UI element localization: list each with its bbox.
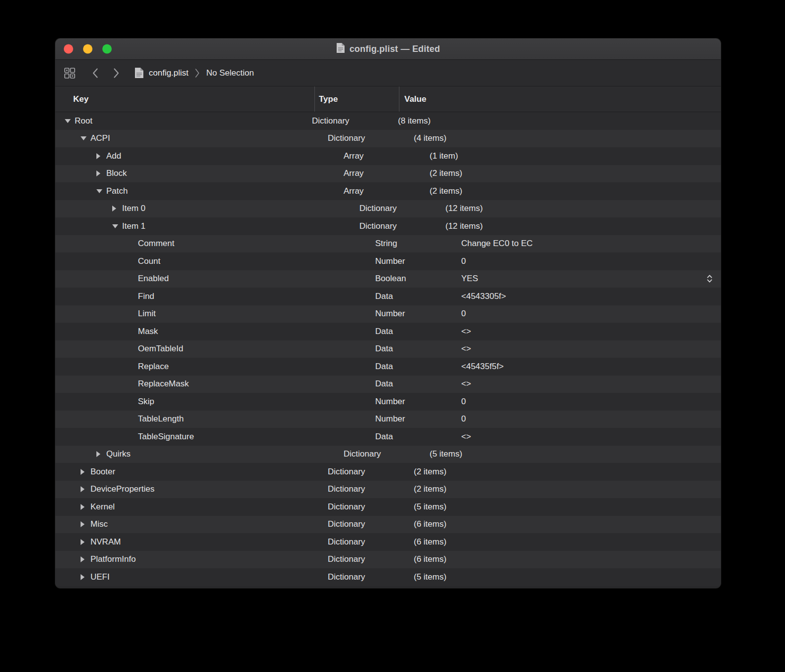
disclosure-triangle-collapsed-icon[interactable] xyxy=(81,574,88,580)
disclosure-triangle-collapsed-icon[interactable] xyxy=(81,521,88,527)
forward-icon[interactable] xyxy=(113,68,120,79)
disclosure-triangle-collapsed-icon[interactable] xyxy=(96,170,104,176)
row-type[interactable]: Dictionary xyxy=(322,498,408,516)
row-value[interactable]: 0 xyxy=(461,256,466,266)
table-row[interactable]: RootDictionary(8 items) xyxy=(55,112,721,130)
table-row[interactable]: BlockArray(2 items) xyxy=(55,165,721,183)
column-header-value[interactable]: Value xyxy=(399,86,721,112)
table-row[interactable]: LimitNumber0 xyxy=(55,305,721,323)
table-row[interactable]: TableSignatureData<> xyxy=(55,428,721,446)
row-type[interactable]: Number xyxy=(369,411,456,428)
file-icon[interactable] xyxy=(134,67,144,79)
minimize-button[interactable] xyxy=(83,44,92,54)
row-value[interactable]: <> xyxy=(461,432,471,442)
row-type[interactable]: Data xyxy=(369,358,456,376)
table-row[interactable]: MaskData<> xyxy=(55,323,721,340)
table-row[interactable]: ReplaceMaskData<> xyxy=(55,376,721,393)
back-icon[interactable] xyxy=(92,68,98,79)
disclosure-triangle-expanded-icon[interactable] xyxy=(65,119,72,123)
row-type[interactable]: Number xyxy=(369,305,456,323)
table-row[interactable]: ACPIDictionary(4 items) xyxy=(55,130,721,148)
disclosure-triangle-expanded-icon[interactable] xyxy=(112,224,120,228)
row-type[interactable]: Dictionary xyxy=(322,533,408,551)
table-row[interactable]: SkipNumber0 xyxy=(55,393,721,411)
table-row[interactable]: UEFIDictionary(5 items) xyxy=(55,568,721,586)
disclosure-triangle-collapsed-icon[interactable] xyxy=(81,486,88,492)
breadcrumb-file[interactable]: config.plist xyxy=(149,68,188,78)
row-type[interactable]: Dictionary xyxy=(322,568,408,586)
table-row[interactable]: QuirksDictionary(5 items) xyxy=(55,446,721,463)
disclosure-triangle-collapsed-icon[interactable] xyxy=(81,469,88,475)
table-row[interactable]: CountNumber0 xyxy=(55,252,721,270)
table-row[interactable]: TableLengthNumber0 xyxy=(55,411,721,428)
disclosure-triangle-expanded-icon[interactable] xyxy=(81,136,88,140)
row-value[interactable]: <4543305f> xyxy=(461,292,506,301)
disclosure-triangle-collapsed-icon[interactable] xyxy=(112,206,120,211)
table-row[interactable]: ReplaceData<45435f5f> xyxy=(55,358,721,376)
zoom-button[interactable] xyxy=(102,44,112,54)
column-header-type[interactable]: Type xyxy=(314,86,399,112)
row-type[interactable]: Dictionary xyxy=(338,446,424,463)
row-value[interactable]: 0 xyxy=(461,397,466,407)
table-row[interactable]: CommentStringChange EC0 to EC xyxy=(55,235,721,253)
row-type[interactable]: Number xyxy=(369,393,456,411)
row-value[interactable]: (2 items) xyxy=(430,168,462,178)
row-type[interactable]: Dictionary xyxy=(353,200,440,218)
row-value[interactable]: <> xyxy=(461,379,471,389)
row-type[interactable]: Dictionary xyxy=(322,516,408,534)
table-row[interactable]: FindData<4543305f> xyxy=(55,288,721,305)
row-type[interactable]: Data xyxy=(369,428,456,446)
row-value[interactable]: (6 items) xyxy=(414,554,446,564)
row-value[interactable]: (2 items) xyxy=(430,186,462,196)
row-type[interactable]: Number xyxy=(369,252,456,270)
related-items-icon[interactable] xyxy=(63,67,76,80)
row-value[interactable]: <45435f5f> xyxy=(461,362,504,372)
row-type[interactable]: Data xyxy=(369,376,456,393)
table-row[interactable]: BooterDictionary(2 items) xyxy=(55,463,721,481)
table-row[interactable]: Item 0Dictionary(12 items) xyxy=(55,200,721,218)
row-type[interactable]: Data xyxy=(369,288,456,305)
row-type[interactable]: Array xyxy=(338,147,424,165)
row-value[interactable]: (4 items) xyxy=(414,133,446,143)
row-value[interactable]: (8 items) xyxy=(398,116,431,126)
row-value[interactable]: 0 xyxy=(461,309,466,319)
row-value[interactable]: (5 items) xyxy=(414,502,446,512)
table-row[interactable]: DevicePropertiesDictionary(2 items) xyxy=(55,481,721,499)
row-value[interactable]: (1 item) xyxy=(430,151,458,161)
table-row[interactable]: MiscDictionary(6 items) xyxy=(55,516,721,534)
table-row[interactable]: OemTableIdData<> xyxy=(55,340,721,358)
row-value[interactable]: (12 items) xyxy=(445,204,483,213)
disclosure-triangle-collapsed-icon[interactable] xyxy=(96,153,104,159)
title-bar[interactable]: config.plist — Edited xyxy=(55,39,721,60)
row-value[interactable]: (2 items) xyxy=(414,484,446,494)
disclosure-triangle-expanded-icon[interactable] xyxy=(96,189,104,193)
row-value[interactable]: (6 items) xyxy=(414,519,446,529)
row-value[interactable]: (5 items) xyxy=(414,572,446,582)
disclosure-triangle-collapsed-icon[interactable] xyxy=(96,451,104,457)
row-type[interactable]: Boolean xyxy=(369,270,456,288)
row-type[interactable]: Data xyxy=(369,323,456,340)
row-type[interactable]: Data xyxy=(369,340,456,358)
table-row[interactable]: KernelDictionary(5 items) xyxy=(55,498,721,516)
row-value[interactable]: <> xyxy=(461,327,471,336)
row-type[interactable]: Dictionary xyxy=(353,217,440,235)
table-row[interactable]: PatchArray(2 items) xyxy=(55,182,721,200)
table-row[interactable]: PlatformInfoDictionary(6 items) xyxy=(55,551,721,569)
row-type[interactable]: Dictionary xyxy=(322,130,408,148)
disclosure-triangle-collapsed-icon[interactable] xyxy=(81,504,88,510)
row-value[interactable]: YES xyxy=(461,274,478,284)
row-value[interactable]: (12 items) xyxy=(445,221,483,231)
row-value[interactable]: <> xyxy=(461,344,471,354)
row-value[interactable]: 0 xyxy=(461,414,466,424)
table-row[interactable]: AddArray(1 item) xyxy=(55,147,721,165)
row-type[interactable]: Dictionary xyxy=(322,551,408,569)
row-type[interactable]: Dictionary xyxy=(322,481,408,499)
disclosure-triangle-collapsed-icon[interactable] xyxy=(81,539,88,545)
column-header-key[interactable]: Key xyxy=(55,86,314,112)
table-row[interactable]: NVRAMDictionary(6 items) xyxy=(55,533,721,551)
row-type[interactable]: Dictionary xyxy=(306,112,392,130)
row-value[interactable]: (6 items) xyxy=(414,537,446,547)
row-type[interactable]: Dictionary xyxy=(322,463,408,481)
close-button[interactable] xyxy=(64,44,73,54)
row-value[interactable]: (2 items) xyxy=(414,467,446,477)
